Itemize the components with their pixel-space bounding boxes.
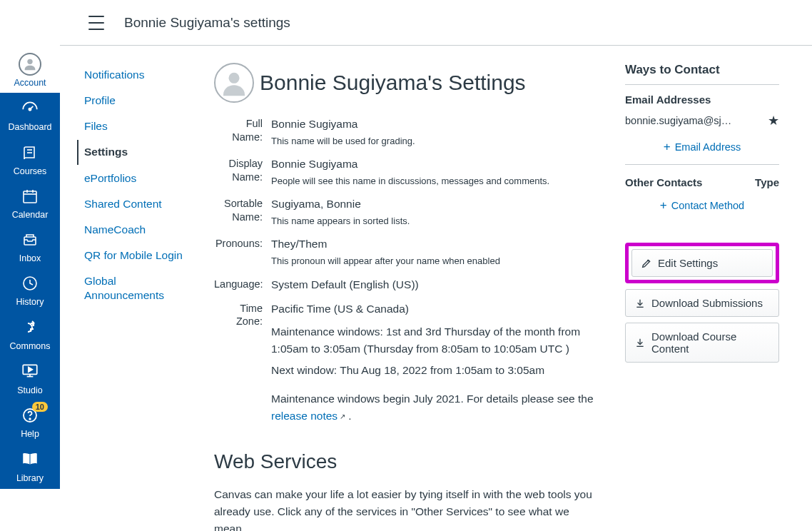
ways-to-contact-heading: Ways to Contact	[625, 63, 779, 85]
svg-point-0	[27, 59, 32, 64]
subnav-item-files[interactable]: Files	[77, 114, 197, 138]
svg-rect-5	[24, 191, 36, 203]
help-icon: 10	[19, 406, 41, 425]
commons-icon	[19, 318, 41, 337]
email-value: bonnie.sugiyama@sj…	[625, 115, 731, 126]
plus-icon: +	[664, 140, 671, 154]
nav-studio[interactable]: Studio	[0, 356, 60, 400]
email-addresses-heading: Email Addresses	[625, 93, 779, 106]
add-contact-link[interactable]: + Contact Method	[625, 194, 779, 223]
nav-history[interactable]: History	[0, 268, 60, 312]
download-icon	[634, 298, 646, 309]
nav-dashboard[interactable]: Dashboard	[0, 93, 60, 137]
subnav-item-shared-content[interactable]: Shared Content	[77, 192, 197, 216]
edit-highlight: Edit Settings	[625, 243, 779, 283]
courses-icon	[19, 143, 41, 162]
dashboard-icon	[19, 98, 41, 117]
pencil-icon	[641, 258, 652, 269]
history-icon	[19, 274, 41, 293]
menu-toggle-icon[interactable]	[88, 16, 106, 30]
subnav-item-namecoach[interactable]: NameCoach	[77, 218, 197, 242]
studio-icon	[19, 362, 41, 380]
nav-calendar[interactable]: Calendar	[0, 181, 60, 225]
timezone-value: Pacific Time (US & Canada)	[271, 300, 602, 318]
subnav-item-global-announcements[interactable]: Global Announcements	[77, 269, 197, 308]
svg-marker-16	[29, 367, 32, 372]
other-contacts-heading: Other Contacts	[625, 176, 702, 188]
download-submissions-button[interactable]: Download Submissions	[625, 289, 779, 317]
sortable-name-value: Sugiyama, Bonnie	[271, 196, 602, 213]
subnav-item-notifications[interactable]: Notifications	[77, 63, 197, 87]
web-services-heading: Web Services	[214, 450, 602, 473]
svg-point-22	[229, 73, 240, 84]
display-name-hint: People will see this name in discussions…	[271, 174, 602, 188]
settings-subnav: NotificationsProfileFilesSettingsePortfo…	[60, 46, 197, 531]
download-course-content-button[interactable]: Download Course Content	[625, 323, 779, 363]
nav-library[interactable]: Library	[0, 444, 60, 488]
external-link-icon: ↗	[338, 413, 345, 420]
maintenance-line-1: Maintenance windows: 1st and 3rd Thursda…	[271, 323, 602, 358]
subnav-item-qr-for-mobile-login[interactable]: QR for Mobile Login	[77, 243, 197, 268]
pronouns-value: They/Them	[271, 236, 602, 253]
calendar-icon	[19, 187, 41, 206]
subnav-item-settings[interactable]: Settings	[77, 140, 197, 164]
language-value: System Default (English (US))	[271, 276, 602, 293]
plus-icon: +	[660, 198, 667, 213]
edit-settings-button[interactable]: Edit Settings	[631, 249, 773, 277]
nav-inbox[interactable]: Inbox	[0, 225, 60, 268]
maintenance-line-2: Next window: Thu Aug 18, 2022 from 1:05a…	[271, 362, 602, 379]
display-name-label: Display Name:	[214, 156, 271, 188]
full-name-label: Full Name:	[214, 116, 271, 148]
pronouns-label: Pronouns:	[214, 236, 271, 268]
inbox-icon	[19, 231, 41, 249]
breadcrumb: Bonnie Sugiyama's settings	[124, 15, 290, 31]
email-row: bonnie.sugiyama@sj… ★	[625, 113, 779, 128]
download-icon	[634, 337, 646, 348]
main-content: Bonnie Sugiyama's Settings Full Name: Bo…	[197, 46, 611, 531]
star-icon[interactable]: ★	[768, 113, 779, 128]
release-notes-link[interactable]: release notes	[271, 410, 338, 422]
nav-courses[interactable]: Courses	[0, 138, 60, 181]
display-name-value: Bonnie Sugiyama	[271, 156, 602, 173]
full-name-hint: This name will be used for grading.	[271, 134, 602, 148]
sortable-name-hint: This name appears in sorted lists.	[271, 214, 602, 228]
subnav-item-profile[interactable]: Profile	[77, 88, 197, 113]
profile-avatar[interactable]	[214, 63, 254, 103]
timezone-label: Time Zone:	[214, 300, 271, 425]
pronouns-hint: This pronoun will appear after your name…	[271, 254, 602, 268]
sortable-name-label: Sortable Name:	[214, 196, 271, 228]
subnav-item-eportfolios[interactable]: ePortfolios	[77, 166, 197, 191]
maintenance-line-3: Maintenance windows begin July 2021. For…	[271, 390, 602, 425]
nav-commons[interactable]: Commons	[0, 313, 60, 356]
global-nav: Account Dashboard Courses Calendar Inbox	[0, 0, 60, 531]
right-sidebar: Ways to Contact Email Addresses bonnie.s…	[611, 46, 796, 531]
library-icon	[19, 450, 41, 468]
nav-help[interactable]: 10 Help	[0, 400, 60, 444]
add-email-link[interactable]: + Email Address	[625, 136, 779, 165]
page-title: Bonnie Sugiyama's Settings	[260, 71, 526, 94]
nav-account[interactable]: Account	[0, 46, 60, 93]
top-header: SJSU Bonnie Sugiyama's settings	[0, 0, 812, 46]
full-name-value: Bonnie Sugiyama	[271, 116, 602, 133]
type-heading: Type	[755, 176, 779, 188]
avatar-icon	[19, 53, 41, 76]
svg-point-20	[29, 418, 31, 420]
web-services-body: Canvas can make your life a lot easier b…	[214, 486, 602, 531]
language-label: Language:	[214, 276, 271, 293]
help-badge: 10	[32, 402, 48, 412]
